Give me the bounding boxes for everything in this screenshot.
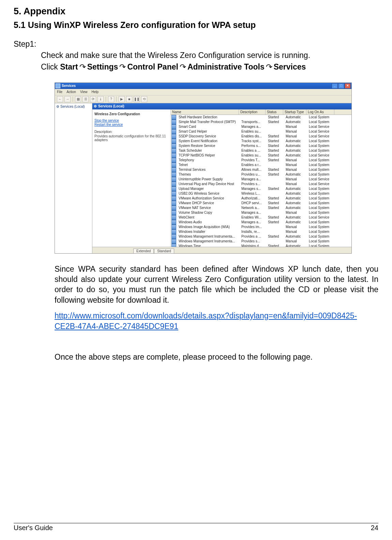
start-icon[interactable]: ▶	[119, 96, 125, 102]
cell: Local System	[307, 115, 335, 119]
cell: Windows Audio	[177, 220, 240, 224]
download-link[interactable]: http://www.microsoft.com/downloads/detai…	[55, 311, 357, 330]
column-header[interactable]: Startup Type	[283, 109, 306, 115]
service-icon	[171, 239, 176, 244]
cell: Allows mult...	[240, 168, 267, 171]
table-row[interactable]: System Event NotificationTracks syst...S…	[171, 139, 351, 144]
table-row[interactable]: Simple Mail Transfer Protocol (SMTP)Tran…	[171, 120, 351, 124]
menu-item[interactable]: View	[80, 90, 88, 94]
cell: Provides s...	[240, 182, 267, 186]
cell: Manual	[284, 230, 307, 234]
forward-button[interactable]: →	[64, 96, 71, 102]
column-header[interactable]: Status	[266, 109, 283, 115]
table-row[interactable]: Terminal ServicesAllows mult...StartedMa…	[171, 167, 351, 172]
cell: System Event Notification	[177, 139, 240, 143]
help-icon[interactable]: ?	[108, 96, 114, 102]
cell: Windows Management Instrumenta...	[177, 239, 240, 243]
cell: VMware DHCP Service	[177, 201, 240, 205]
table-row[interactable]: Volume Shadow CopyManages a...ManualLoca…	[171, 210, 351, 215]
table-row[interactable]: TelephonyProvides T...StartedManualLocal…	[171, 158, 351, 163]
table-row[interactable]: VMware Authorization ServiceAuthorizati.…	[171, 196, 351, 201]
table-row[interactable]: SSDP Discovery ServiceEnables dis...Star…	[171, 134, 351, 139]
cell: Started	[267, 168, 284, 171]
service-icon	[171, 120, 176, 124]
back-button[interactable]: ←	[57, 96, 63, 102]
cell: Provides T...	[240, 158, 267, 162]
table-row[interactable]: Smart CardManages a...ManualLocal Servic…	[171, 124, 351, 129]
cell: Manual	[284, 225, 307, 229]
service-icon	[171, 206, 176, 210]
table-row[interactable]: Windows Image Acquisition (WIA)Provides …	[171, 225, 351, 229]
pause-icon[interactable]: ❚❚	[134, 96, 140, 102]
table-row[interactable]: Uninterruptible Power SupplyManages a...…	[171, 177, 351, 182]
service-icon	[171, 182, 176, 186]
table-row[interactable]: Windows AudioManages a...StartedAutomati…	[171, 220, 351, 225]
table-row[interactable]: Universal Plug and Play Device HostProvi…	[171, 182, 351, 186]
minimize-button[interactable]: _	[332, 83, 338, 89]
cell: Automatic	[284, 115, 307, 119]
cell: Local System	[307, 144, 335, 148]
cell: Maintains d...	[240, 244, 267, 247]
cell: Enables a r...	[240, 163, 267, 167]
refresh-icon[interactable]: ⟳	[90, 96, 96, 102]
table-row[interactable]: ThemesProvides u...StartedAutomaticLocal…	[171, 172, 351, 177]
table-row[interactable]: Shell Hardware DetectionStartedAutomatic…	[171, 115, 351, 120]
table-row[interactable]: VMware NAT ServiceNetwork a...StartedAut…	[171, 206, 351, 210]
service-icon	[171, 167, 176, 172]
heading-section: 5.1 Using WinXP Wireless Zero configurat…	[14, 20, 378, 30]
cell: Local System	[307, 225, 335, 229]
maximize-button[interactable]: □	[338, 83, 344, 89]
service-icon	[171, 234, 176, 239]
cell: Smart Card	[177, 125, 240, 129]
table-row[interactable]: TelnetEnables a r...ManualLocal System	[171, 163, 351, 167]
tree-root[interactable]: ⚙ Services (Local)	[56, 105, 91, 108]
table-row[interactable]: WebClientEnables Wi...StartedAutomaticLo…	[171, 215, 351, 220]
table-row[interactable]: Task SchedulerEnables a ...StartedAutoma…	[171, 148, 351, 153]
services-list: NameDescriptionStatusStartup TypeLog On …	[171, 109, 351, 247]
properties-icon[interactable]: ☰	[82, 96, 89, 102]
menu-item[interactable]: File	[57, 90, 62, 94]
menu-item[interactable]: Help	[91, 90, 99, 94]
cell: Automatic	[284, 220, 307, 224]
cell: Local Service	[307, 130, 335, 133]
cell: Smart Card Helper	[177, 130, 240, 133]
close-button[interactable]: ✕	[345, 83, 351, 89]
cell: Manual	[284, 239, 307, 243]
table-row[interactable]: USB2.0G Wireless ServiceWireless L...Aut…	[171, 191, 351, 196]
tab-extended[interactable]: Extended	[133, 249, 154, 253]
column-header[interactable]: Name	[171, 109, 239, 115]
grid-icon[interactable]: ▦	[75, 96, 81, 102]
cell: Manages s...	[240, 187, 267, 191]
cell: Manual	[284, 182, 307, 186]
export-icon[interactable]: ⤓	[97, 96, 104, 102]
table-row[interactable]: Windows Management Instrumenta...Provide…	[171, 239, 351, 244]
table-row[interactable]: TCP/IP NetBIOS HelperEnables su...Starte…	[171, 153, 351, 158]
table-row[interactable]: Windows TimeMaintains d...StartedAutomat…	[171, 244, 351, 247]
service-icon	[171, 244, 176, 247]
table-row[interactable]: Upload ManagerManages s...StartedAutomat…	[171, 186, 351, 191]
stop-link[interactable]: Stop the service	[94, 119, 168, 122]
stop-icon[interactable]: ■	[126, 96, 132, 102]
description-text: Provides automatic configuration for the…	[94, 134, 168, 142]
list-header: NameDescriptionStatusStartup TypeLog On …	[171, 109, 351, 115]
cell: Authorizati...	[240, 196, 267, 200]
restart-icon[interactable]: ⟲	[141, 96, 147, 102]
table-row[interactable]: System Restore ServicePerforms s...Start…	[171, 144, 351, 148]
table-row[interactable]: Windows InstallerInstalls, re...ManualLo…	[171, 229, 351, 234]
service-icon	[171, 177, 176, 182]
cell: Local System	[307, 172, 335, 176]
cell: WebClient	[177, 215, 240, 219]
restart-link[interactable]: Restart the service	[94, 123, 168, 126]
table-row[interactable]: Windows Management Instrumenta...Provide…	[171, 234, 351, 239]
table-row[interactable]: VMware DHCP ServiceDHCP servi...StartedA…	[171, 201, 351, 206]
cell: Windows Time	[177, 244, 240, 247]
gear-icon: ⚙	[56, 105, 59, 108]
tab-standard[interactable]: Standard	[154, 249, 174, 253]
column-header[interactable]: Description	[239, 109, 266, 115]
cell: Shell Hardware Detection	[177, 115, 240, 119]
column-header[interactable]: Log On As	[306, 109, 334, 115]
menu-item[interactable]: Action	[66, 90, 76, 94]
cell: Enables dis...	[240, 134, 267, 138]
cell: Performs s...	[240, 144, 267, 148]
table-row[interactable]: Smart Card HelperEnables su...ManualLoca…	[171, 129, 351, 134]
